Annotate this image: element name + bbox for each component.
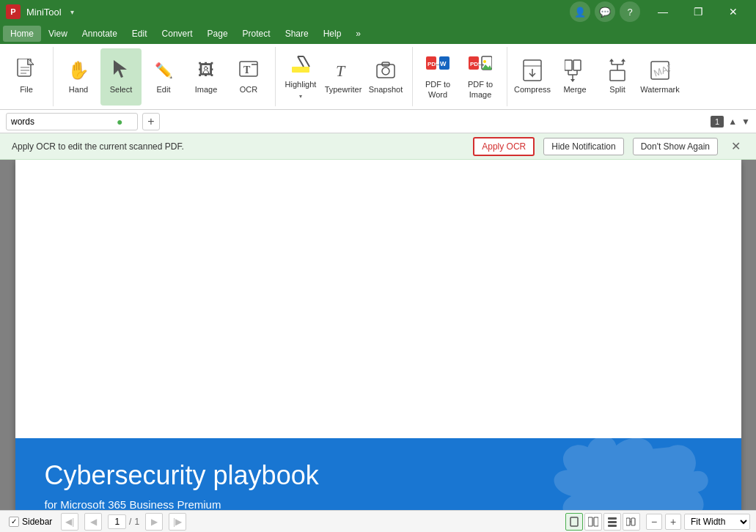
zoom-select[interactable]: Fit Width Fit Page 50% 75% 100% 125% 150…	[684, 514, 750, 530]
menu-annotate[interactable]: Annotate	[75, 26, 125, 42]
tool-watermark-label: Watermark	[640, 85, 679, 95]
search-add-btn[interactable]: +	[142, 113, 160, 130]
tool-merge-label: Merge	[563, 85, 586, 95]
pdf-page-top	[15, 160, 741, 438]
tool-pdf-to-image[interactable]: PDF→ PDF to Image	[460, 48, 501, 106]
menu-protect[interactable]: Protect	[235, 26, 278, 42]
tool-split-label: Split	[609, 85, 625, 95]
dont-show-again-btn[interactable]: Don't Show Again	[633, 138, 718, 155]
svg-rect-31	[573, 60, 581, 70]
bottom-bar: ✓ Sidebar ◀| ◀ 1 / 1 ▶ |▶ − + Fit Width …	[0, 510, 756, 532]
select-icon	[109, 59, 133, 82]
page-last-btn[interactable]: |▶	[169, 513, 186, 531]
tool-ocr[interactable]: T OCR	[228, 48, 269, 106]
tool-edit[interactable]: ✏️ Edit	[143, 48, 184, 106]
ocr-close-btn[interactable]: ✕	[727, 138, 744, 155]
help-btn[interactable]: ?	[620, 1, 640, 22]
svg-rect-54	[631, 518, 635, 525]
svg-rect-48	[588, 517, 592, 526]
tool-hand[interactable]: ✋ Hand	[58, 48, 99, 106]
tool-typewriter[interactable]: T Typewriter	[323, 48, 364, 106]
merge-icon	[563, 59, 587, 82]
zoom-in-btn[interactable]: +	[665, 514, 681, 530]
page-separator: /	[129, 517, 131, 527]
menu-home[interactable]: Home	[3, 26, 41, 42]
view-scroll-btn[interactable]	[603, 513, 621, 531]
pdf-viewer[interactable]: Cybersecurity playbook for Microsoft 365…	[0, 160, 756, 510]
menu-edit[interactable]: Edit	[125, 26, 155, 42]
page-next-btn[interactable]: ▶	[145, 513, 163, 531]
tool-select-label: Select	[110, 85, 133, 95]
view-double-btn[interactable]	[584, 513, 602, 531]
page-first-btn[interactable]: ◀|	[61, 513, 78, 531]
svg-rect-9	[292, 67, 309, 73]
user-avatar-btn[interactable]: 👤	[570, 1, 590, 22]
tool-merge[interactable]: Merge	[554, 48, 595, 106]
snapshot-icon	[374, 59, 397, 82]
search-input[interactable]	[11, 117, 114, 127]
page-current[interactable]: 1	[108, 514, 126, 529]
svg-rect-49	[594, 517, 598, 526]
tool-compress[interactable]: Compress	[512, 48, 553, 106]
svg-rect-52	[608, 525, 617, 527]
pdf-page-bottom: Cybersecurity playbook for Microsoft 365…	[15, 438, 741, 510]
svg-text:T: T	[336, 62, 346, 80]
tool-image-label: Image	[195, 85, 218, 95]
scroll-down-btn[interactable]: ▼	[741, 117, 750, 127]
svg-point-15	[382, 67, 389, 75]
tool-ocr-label: OCR	[240, 85, 257, 95]
menu-help[interactable]: Help	[316, 26, 349, 42]
menu-page[interactable]: Page	[200, 26, 235, 42]
highlight-icon	[289, 53, 312, 77]
split-icon	[606, 59, 629, 82]
search-status-dot: ●	[117, 116, 122, 128]
svg-line-11	[304, 56, 309, 67]
tool-split[interactable]: Split	[597, 48, 638, 106]
menu-more[interactable]: »	[348, 26, 368, 42]
menu-view[interactable]: View	[41, 26, 75, 42]
tool-highlight[interactable]: Highlight ▾	[280, 48, 321, 106]
chat-btn[interactable]: 💬	[595, 1, 615, 22]
svg-marker-5	[114, 60, 127, 78]
tool-watermark[interactable]: MARK Watermark	[639, 48, 680, 106]
svg-rect-30	[565, 60, 572, 70]
close-btn[interactable]: ✕	[716, 0, 750, 23]
main-content: Cybersecurity playbook for Microsoft 365…	[0, 160, 756, 510]
svg-point-26	[483, 60, 486, 63]
image-icon: 🖼	[194, 59, 218, 82]
app-name: MiniTool	[26, 7, 62, 18]
svg-marker-43	[609, 59, 614, 62]
view-single-btn[interactable]	[565, 513, 583, 531]
scroll-up-btn[interactable]: ▲	[728, 117, 737, 127]
svg-rect-47	[570, 517, 578, 526]
view-spread-btn[interactable]	[623, 513, 640, 531]
watermark-icon: MARK	[648, 59, 672, 82]
tool-snapshot[interactable]: Snapshot	[365, 48, 406, 106]
tool-typewriter-label: Typewriter	[325, 85, 362, 95]
sidebar-toggle[interactable]: ✓ Sidebar	[6, 515, 55, 528]
app-logo: P	[6, 4, 21, 19]
svg-text:T: T	[243, 64, 251, 75]
page-prev-btn[interactable]: ◀	[84, 513, 102, 531]
tool-compress-label: Compress	[514, 85, 551, 95]
ocr-message: Apply OCR to edit the current scanned PD…	[12, 141, 464, 152]
menu-convert[interactable]: Convert	[155, 26, 200, 42]
typewriter-icon: T	[331, 59, 355, 82]
maximize-btn[interactable]: ❐	[681, 0, 715, 23]
hide-notification-btn[interactable]: Hide Notification	[543, 138, 623, 155]
apply-ocr-btn[interactable]: Apply OCR	[473, 137, 535, 156]
tool-hand-label: Hand	[69, 85, 88, 95]
tool-pdf-to-word-label: PDF to Word	[419, 80, 457, 99]
zoom-out-btn[interactable]: −	[646, 514, 662, 530]
menu-share[interactable]: Share	[278, 26, 316, 42]
search-bar: ● + 1 ▲ ▼	[0, 110, 756, 133]
tool-pdf-to-word[interactable]: PDF→W PDF to Word	[417, 48, 458, 106]
tool-file[interactable]: File	[6, 48, 47, 106]
tool-select[interactable]: Select	[100, 48, 142, 106]
tool-image[interactable]: 🖼 Image	[186, 48, 227, 106]
minimize-btn[interactable]: —	[646, 0, 680, 23]
app-dropdown-arrow[interactable]: ▾	[70, 8, 74, 16]
sidebar-checkbox: ✓	[9, 517, 19, 527]
page-badge: 1	[711, 116, 724, 128]
svg-rect-50	[608, 517, 617, 520]
